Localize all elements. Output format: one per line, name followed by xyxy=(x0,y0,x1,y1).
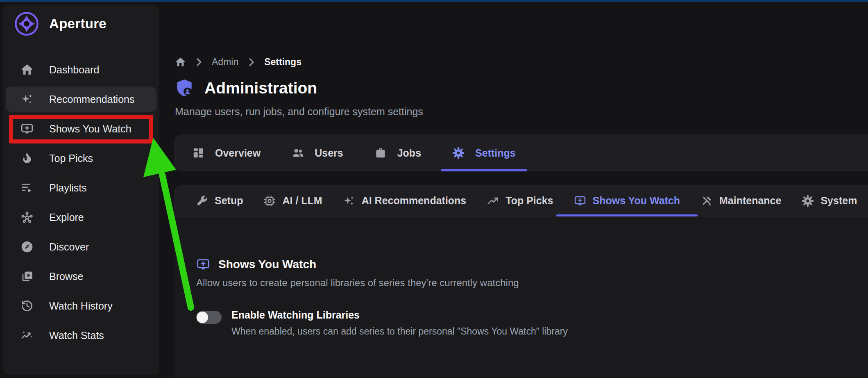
setting-label: Enable Watching Libraries xyxy=(231,309,568,321)
flame-icon xyxy=(20,152,34,165)
subtab-system[interactable]: System xyxy=(791,185,867,216)
subtab-label: AI Recommendations xyxy=(362,195,467,207)
settings-subtabbar: Setup AI / LLM AI Recommendations xyxy=(174,185,868,216)
dashboard-grid-icon xyxy=(192,147,204,159)
breadcrumb-admin[interactable]: Admin xyxy=(212,57,238,68)
app-logo[interactable]: Aperture xyxy=(6,11,156,37)
sidebar-item-browse[interactable]: Browse xyxy=(6,264,156,289)
sidebar-item-explore[interactable]: Explore xyxy=(6,205,156,230)
setting-description: When enabled, users can add series to th… xyxy=(231,326,568,337)
settings-card: Setup AI / LLM AI Recommendations xyxy=(174,185,868,378)
history-icon xyxy=(20,299,34,312)
hub-icon xyxy=(20,211,34,224)
sidebar-item-playlists[interactable]: Playlists xyxy=(6,175,156,200)
breadcrumb: Admin Settings xyxy=(175,57,301,68)
subtab-label: Top Picks xyxy=(505,195,553,207)
top-accent-strip xyxy=(0,0,868,2)
tab-users[interactable]: Users xyxy=(279,134,356,171)
sidebar-item-dashboard[interactable]: Dashboard xyxy=(6,57,156,82)
tab-label: Users xyxy=(315,147,343,159)
gear-icon xyxy=(452,147,465,159)
wrench-icon xyxy=(196,195,208,207)
chevron-right-icon xyxy=(193,57,204,68)
subtab-shows-you-watch[interactable]: Shows You Watch xyxy=(564,185,690,216)
sidebar-item-watch-history[interactable]: Watch History xyxy=(6,293,156,319)
briefcase-icon xyxy=(374,147,387,159)
sidebar-item-label: Recommendations xyxy=(49,93,134,105)
enable-watching-libraries-setting: Enable Watching Libraries When enabled, … xyxy=(196,309,855,337)
tab-settings[interactable]: Settings xyxy=(440,134,528,171)
tab-label: Overview xyxy=(215,147,261,159)
aperture-logo-icon xyxy=(14,11,39,36)
sidebar-item-label: Discover xyxy=(49,241,89,253)
shield-user-icon xyxy=(174,78,195,98)
page-title: Administration xyxy=(204,79,317,97)
subtab-ai-recommendations[interactable]: AI Recommendations xyxy=(333,185,477,216)
sidebar: Aperture Dashboard Recommendations Sh xyxy=(3,5,159,375)
tab-label: Settings xyxy=(475,147,516,159)
main-content: Admin Settings Administration Manage use… xyxy=(159,0,868,378)
sidebar-nav: Dashboard Recommendations Shows You Watc… xyxy=(6,57,156,348)
sidebar-item-top-picks[interactable]: Top Picks xyxy=(6,146,156,171)
gear-icon xyxy=(802,195,814,207)
monitor-plus-icon xyxy=(196,257,210,271)
sidebar-item-label: Dashboard xyxy=(49,64,99,76)
section-header: Shows You Watch xyxy=(196,257,855,271)
trending-up-icon xyxy=(487,195,499,207)
subtab-top-picks[interactable]: Top Picks xyxy=(476,185,563,216)
home-icon xyxy=(20,63,34,76)
cpu-icon xyxy=(263,195,276,207)
shows-you-watch-panel: Shows You Watch Allow users to create pe… xyxy=(174,216,868,347)
sidebar-item-watch-stats[interactable]: Watch Stats xyxy=(6,323,156,348)
subtab-maintenance[interactable]: Maintenance xyxy=(690,185,791,216)
sparkles-icon xyxy=(343,195,355,207)
tools-icon xyxy=(700,195,713,207)
page-subtitle: Manage users, run jobs, and configure sy… xyxy=(175,106,423,118)
tab-overview[interactable]: Overview xyxy=(180,134,273,171)
home-icon[interactable] xyxy=(175,57,186,68)
subtab-label: System xyxy=(820,195,857,207)
sparkles-icon xyxy=(20,93,34,106)
playlist-icon xyxy=(20,181,34,194)
sidebar-item-label: Top Picks xyxy=(49,153,93,164)
sidebar-item-label: Browse xyxy=(49,271,83,282)
subtab-label: Setup xyxy=(215,195,243,207)
sidebar-item-label: Playlists xyxy=(49,182,87,194)
chevron-right-icon xyxy=(246,57,257,68)
toggle-knob xyxy=(197,312,208,323)
admin-tabbar: Overview Users Jobs Settings xyxy=(174,134,868,171)
tab-label: Jobs xyxy=(397,147,421,159)
compass-icon xyxy=(20,240,34,253)
section-description: Allow users to create personal libraries… xyxy=(196,277,855,289)
sidebar-item-recommendations[interactable]: Recommendations xyxy=(6,87,156,112)
enable-watching-libraries-toggle[interactable] xyxy=(196,311,222,324)
subtab-label: Maintenance xyxy=(719,195,781,207)
tab-jobs[interactable]: Jobs xyxy=(362,134,433,171)
subtab-label: AI / LLM xyxy=(282,195,322,207)
sidebar-item-label: Watch History xyxy=(49,300,113,312)
subtab-label: Shows You Watch xyxy=(593,195,680,207)
subtab-setup[interactable]: Setup xyxy=(186,185,253,216)
square-play-icon xyxy=(20,270,34,283)
section-title: Shows You Watch xyxy=(218,258,316,271)
sidebar-item-label: Watch Stats xyxy=(49,330,104,342)
sidebar-item-shows-you-watch[interactable]: Shows You Watch xyxy=(6,116,156,141)
trend-sparkle-icon xyxy=(20,329,34,342)
page-header: Administration xyxy=(174,78,317,98)
sidebar-item-label: Shows You Watch xyxy=(49,123,131,135)
monitor-plus-icon xyxy=(574,195,586,207)
sidebar-item-label: Explore xyxy=(49,212,84,223)
breadcrumb-settings: Settings xyxy=(264,57,301,68)
app-title: Aperture xyxy=(49,16,107,32)
sidebar-item-discover[interactable]: Discover xyxy=(6,234,156,260)
subtab-ai-llm[interactable]: AI / LLM xyxy=(253,185,332,216)
users-icon xyxy=(292,147,304,159)
section-divider xyxy=(196,347,855,347)
monitor-plus-icon xyxy=(20,122,34,135)
